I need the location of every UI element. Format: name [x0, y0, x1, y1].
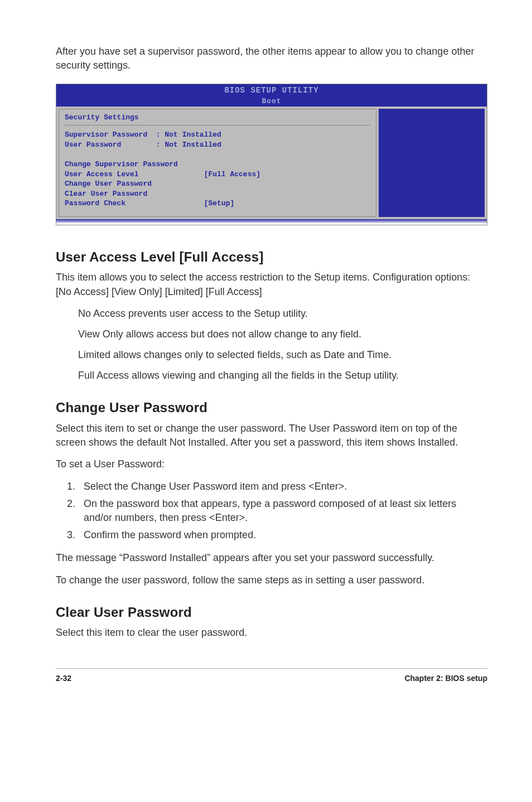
bios-pwcheck-val: [Setup]	[204, 199, 235, 207]
bios-sup-val: Not Installed	[165, 131, 221, 139]
bios-sup-label: Supervisor Password	[65, 131, 147, 139]
bios-right-panel	[379, 109, 485, 217]
bios-section-heading: Security Settings	[65, 113, 370, 125]
ual-option-limited: Limited allows changes only to selected …	[78, 348, 487, 362]
cup-step-3: Confirm the password when prompted.	[78, 528, 487, 542]
heading-user-access-level: User Access Level [Full Access]	[56, 248, 487, 267]
heading-change-user-password: Change User Password	[56, 398, 487, 417]
bios-tab: Boot	[56, 96, 487, 107]
footer-page-number: 2-32	[56, 673, 71, 684]
bios-screenshot: BIOS SETUP UTILITY Boot Security Setting…	[56, 84, 487, 225]
cup-paragraph-3: The message “Password Installed” appears…	[56, 551, 487, 565]
clr-paragraph: Select this item to clear the user passw…	[56, 626, 487, 640]
bios-change-user: Change User Password	[65, 179, 370, 189]
ual-paragraph: This item allows you to select the acces…	[56, 270, 487, 298]
cup-step-1: Select the Change User Password item and…	[78, 480, 487, 494]
cup-paragraph-2: To set a User Password:	[56, 457, 487, 471]
cup-paragraph-4: To change the user password, follow the …	[56, 573, 487, 587]
bios-fade	[56, 219, 487, 225]
cup-step-2: On the password box that appears, type a…	[78, 497, 487, 525]
bios-title: BIOS SETUP UTILITY	[224, 86, 318, 95]
page-footer: 2-32 Chapter 2: BIOS setup	[56, 668, 487, 684]
bios-ual-label: User Access Level	[65, 170, 139, 178]
cup-paragraph-1: Select this item to set or change the us…	[56, 422, 487, 450]
ual-option-view-only: View Only allows access but does not all…	[78, 327, 487, 341]
bios-user-label: User Password	[65, 141, 121, 149]
heading-clear-user-password: Clear User Password	[56, 603, 487, 622]
intro-paragraph: After you have set a supervisor password…	[56, 45, 487, 73]
bios-ual-val: [Full Access]	[204, 170, 260, 178]
ual-option-full-access: Full Access allows viewing and changing …	[78, 369, 487, 383]
bios-clear-user: Clear User Password	[65, 189, 370, 199]
bios-left-panel: Security Settings Supervisor Password : …	[59, 109, 376, 217]
bios-user-val: Not Installed	[165, 141, 221, 149]
bios-change-sup: Change Supervisor Password	[65, 160, 370, 170]
footer-chapter: Chapter 2: BIOS setup	[404, 673, 487, 684]
bios-title-bar: BIOS SETUP UTILITY Boot	[56, 84, 487, 107]
cup-steps-list: Select the Change User Password item and…	[78, 480, 487, 543]
ual-option-no-access: No Access prevents user access to the Se…	[78, 307, 487, 321]
bios-pwcheck-label: Password Check	[65, 199, 125, 207]
